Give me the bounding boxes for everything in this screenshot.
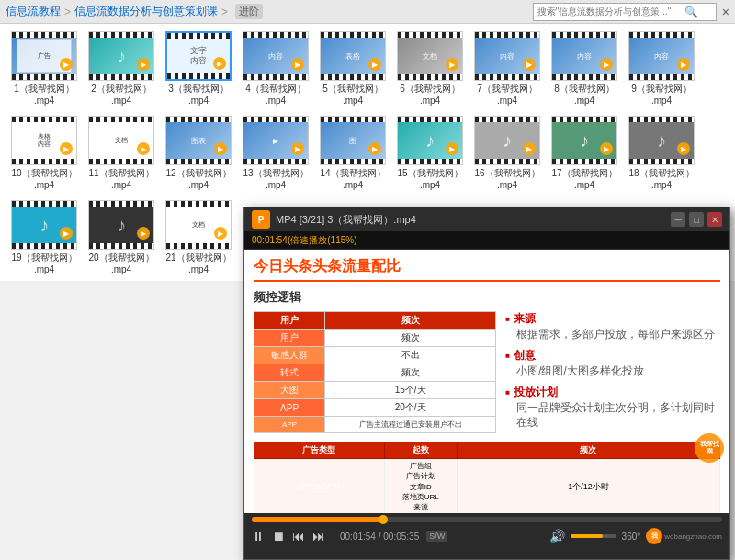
list-item[interactable]: 广告 ▶ 1（我帮找网）.mp4 bbox=[7, 29, 81, 108]
watermark-bar: 我 wobangzhao.com bbox=[646, 528, 722, 544]
file-label: 3（我帮找网）.mp4 bbox=[164, 83, 233, 106]
freq-table-container: 用户 频次 用户 频次 敏感人群 不出 转式 频 bbox=[254, 311, 496, 436]
list-item[interactable]: 文档 ▶ 6（我帮找网）.mp4 bbox=[393, 29, 467, 108]
breadcrumb-sub[interactable]: 信息流数据分析与创意策划课 bbox=[74, 4, 218, 19]
right-desc: 小图/组图/大图多样化投放 bbox=[516, 364, 720, 379]
list-item[interactable]: ♪ ▶ 19（我帮找网）.mp4 bbox=[7, 198, 81, 277]
list-item[interactable]: ♪ ▶ 20（我帮找网）.mp4 bbox=[85, 198, 158, 277]
list-item[interactable]: 内容 ▶ 8（我帮找网）.mp4 bbox=[548, 29, 621, 108]
table-row: CPC&CPM 广告组广告计划文章ID落地页URL来源 1个/12小时 bbox=[254, 459, 720, 513]
table-header: 广告类型 bbox=[254, 442, 385, 459]
maximize-button[interactable]: □ bbox=[689, 212, 704, 227]
next-button[interactable]: ⏭ bbox=[312, 529, 325, 543]
table-cell: 广告组广告计划文章ID落地页URL来源 bbox=[384, 459, 457, 513]
play-icon: ▶ bbox=[368, 142, 381, 155]
list-item[interactable]: 文字内容 ▶ 3（我帮找网）.mp4 bbox=[162, 29, 235, 108]
search-input[interactable] bbox=[537, 6, 684, 17]
right-desc: 根据需求，多部户投放，每部户来源区分 bbox=[516, 327, 720, 342]
list-item[interactable]: 表格内容 ▶ 10（我帮找网）.mp4 bbox=[7, 114, 81, 193]
breadcrumb: 信息流教程 > 信息流数据分析与创意策划课 > 进阶 bbox=[6, 4, 533, 19]
freq-table: 用户 频次 用户 频次 敏感人群 不出 转式 频 bbox=[254, 311, 496, 433]
table-row: 广告类型 起数 频次 bbox=[254, 442, 720, 459]
table-row: APP 20个/天 bbox=[254, 399, 496, 417]
player-titlebar: P MP4 [3/21] 3（我帮找网）.mp4 ─ □ ✕ bbox=[244, 207, 729, 231]
minimize-button[interactable]: ─ bbox=[671, 212, 685, 227]
play-icon: ▶ bbox=[291, 58, 304, 71]
right-label: 创意 bbox=[505, 348, 720, 364]
volume-fill bbox=[571, 534, 603, 538]
right-label: 投放计划 bbox=[505, 385, 720, 400]
play-icon: ▶ bbox=[523, 142, 536, 155]
list-item[interactable]: ♪ ▶ 17（我帮找网）.mp4 bbox=[548, 114, 621, 193]
slide-subtitle: 频控逻辑 bbox=[254, 289, 720, 306]
file-label: 19（我帮找网）.mp4 bbox=[9, 252, 79, 275]
breadcrumb-root[interactable]: 信息流教程 bbox=[6, 4, 61, 19]
play-icon: ▶ bbox=[600, 58, 613, 71]
play-icon: ▶ bbox=[137, 142, 150, 155]
volume-bar[interactable] bbox=[571, 534, 616, 538]
list-item[interactable]: 内容 ▶ 4（我帮找网）.mp4 bbox=[239, 29, 312, 108]
list-item[interactable]: ♪ ▶ 18（我帮找网）.mp4 bbox=[625, 114, 698, 193]
list-item[interactable]: 表格 ▶ 5（我帮找网）.mp4 bbox=[316, 29, 390, 108]
play-icon: ▶ bbox=[214, 142, 227, 155]
list-item[interactable]: ▶ ▶ 13（我帮找网）.mp4 bbox=[239, 114, 312, 193]
window-controls: ─ □ ✕ bbox=[671, 212, 722, 227]
file-label: 18（我帮找网）.mp4 bbox=[627, 167, 696, 191]
file-label: 12（我帮找网）.mp4 bbox=[164, 167, 233, 191]
breadcrumb-sep2: > bbox=[221, 6, 228, 18]
close-window-button[interactable]: ✕ bbox=[707, 212, 722, 227]
table-row: 大图 15个/天 bbox=[254, 382, 496, 399]
play-icon: ▶ bbox=[446, 58, 458, 71]
file-label: 2（我帮找网）.mp4 bbox=[86, 83, 156, 106]
play-icon: ▶ bbox=[60, 142, 73, 155]
table-row: APP 广告主流程过通已安装用户不出 bbox=[254, 417, 496, 433]
time-current: 00:01:54 bbox=[340, 532, 376, 542]
list-item[interactable]: 文档 ▶ 21（我帮找网）.mp4 bbox=[162, 198, 235, 277]
play-icon: ▶ bbox=[523, 58, 536, 71]
play-icon: ▶ bbox=[291, 142, 304, 155]
player-time-top: 00:01:54(倍速播放(115%) bbox=[244, 231, 729, 250]
stop-button[interactable]: ⏹ bbox=[272, 529, 285, 543]
file-label: 20（我帮找网）.mp4 bbox=[86, 252, 156, 275]
file-label: 16（我帮找网）.mp4 bbox=[472, 167, 542, 191]
file-label: 11（我帮找网）.mp4 bbox=[86, 167, 156, 191]
search-icon[interactable]: 🔍 bbox=[684, 6, 698, 18]
player-window: P MP4 [3/21] 3（我帮找网）.mp4 ─ □ ✕ 00:01:54(… bbox=[243, 207, 730, 560]
slide-area: 今日头条头条流量配比 频控逻辑 用户 频次 用户 频次 bbox=[244, 250, 729, 513]
table-cell: 1个/12小时 bbox=[457, 459, 719, 513]
watermark: 我帮找网 bbox=[695, 433, 724, 463]
volume-icon[interactable]: 🔊 bbox=[549, 529, 565, 543]
time-display-top: 00:01:54(倍速播放(115%) bbox=[252, 234, 357, 247]
list-item[interactable]: 内容 ▶ 9（我帮找网）.mp4 bbox=[625, 29, 698, 108]
file-row-1: 广告 ▶ 1（我帮找网）.mp4 ♪ ▶ 2（我帮找网）.mp4 文字内容 ▶ bbox=[7, 29, 728, 108]
play-icon: ▶ bbox=[214, 227, 227, 240]
list-item[interactable]: ♪ ▶ 15（我帮找网）.mp4 bbox=[393, 114, 467, 193]
play-icon: ▶ bbox=[137, 227, 150, 240]
play-pause-button[interactable]: ⏸ bbox=[252, 529, 265, 543]
table-row: 用户 频次 bbox=[254, 330, 496, 347]
file-label: 21（我帮找网）.mp4 bbox=[164, 252, 233, 275]
table-row: 用户 频次 bbox=[254, 312, 496, 330]
sw-badge: S/W bbox=[426, 531, 447, 542]
list-item[interactable]: 图表 ▶ 12（我帮找网）.mp4 bbox=[162, 114, 235, 193]
player-logo: P bbox=[252, 210, 270, 229]
slide-right-item: 来源 根据需求，多部户投放，每部户来源区分 bbox=[505, 311, 720, 342]
watermark-logo: 我帮找网 bbox=[695, 433, 724, 463]
close-button[interactable]: × bbox=[722, 5, 729, 19]
file-label: 1（我帮找网）.mp4 bbox=[9, 83, 79, 106]
list-item[interactable]: ♪ ▶ 2（我帮找网）.mp4 bbox=[85, 29, 158, 108]
right-desc: 同一品牌受众计划主次分明，多计划同时在线 bbox=[516, 400, 720, 431]
list-item[interactable]: 内容 ▶ 7（我帮找网）.mp4 bbox=[470, 29, 544, 108]
play-icon: ▶ bbox=[213, 57, 226, 70]
file-label: 4（我帮找网）.mp4 bbox=[241, 83, 311, 106]
search-box[interactable]: 🔍 bbox=[533, 3, 717, 21]
file-label: 10（我帮找网）.mp4 bbox=[9, 167, 79, 191]
list-item[interactable]: 文档 ▶ 11（我帮找网）.mp4 bbox=[85, 114, 158, 193]
list-item[interactable]: 图 ▶ 14（我帮找网）.mp4 bbox=[316, 114, 390, 193]
slide-title: 今日头条头条流量配比 bbox=[254, 257, 720, 282]
breadcrumb-tag: 进阶 bbox=[235, 4, 263, 19]
list-item[interactable]: ♪ ▶ 16（我帮找网）.mp4 bbox=[470, 114, 544, 193]
progress-bar[interactable] bbox=[252, 517, 722, 522]
file-label: 8（我帮找网）.mp4 bbox=[549, 83, 619, 106]
prev-button[interactable]: ⏮ bbox=[292, 529, 305, 543]
